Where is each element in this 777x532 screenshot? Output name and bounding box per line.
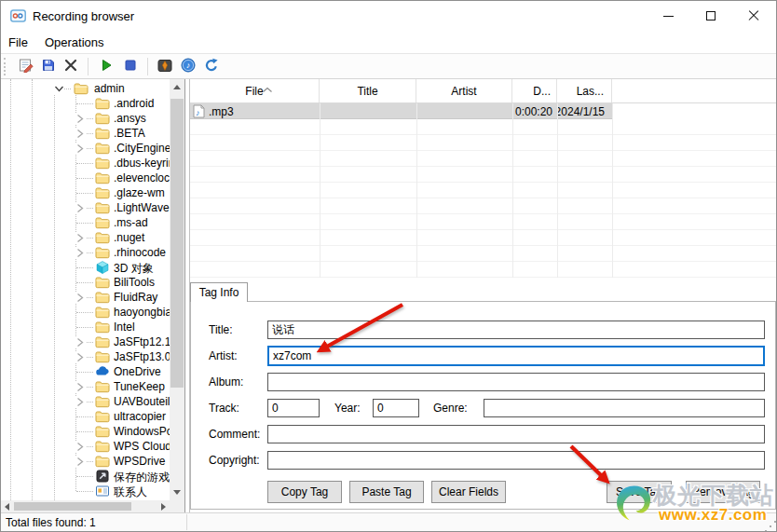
comment-field[interactable] [267, 425, 765, 443]
file-row[interactable]: ♪.mp30:00:202024/1/15 [190, 103, 612, 119]
copyright-field[interactable] [267, 451, 765, 470]
copy-tag-button[interactable]: Copy Tag [267, 481, 342, 503]
tree-item[interactable]: .dbus-keyrin [1, 156, 170, 171]
chevron-right-icon[interactable] [75, 129, 86, 139]
tree-item[interactable]: WPS Cloud F [1, 439, 170, 454]
chevron-right-icon[interactable] [75, 382, 86, 392]
tree-item[interactable]: 保存的游戏 [1, 469, 170, 484]
tree-item[interactable]: .ms-ad [1, 215, 170, 230]
tree-horizontal-scrollbar[interactable] [1, 500, 170, 512]
tree-item[interactable]: WindowsPcM [1, 424, 170, 439]
album-field[interactable] [267, 373, 765, 391]
save-button[interactable] [37, 56, 60, 77]
normalize-button[interactable] [154, 56, 176, 77]
menu-operations[interactable]: Operations [45, 33, 114, 52]
tree-item[interactable]: WPSDrive [1, 454, 170, 469]
artist-field[interactable] [267, 346, 765, 366]
menu-file[interactable]: File [8, 33, 37, 52]
genre-field[interactable] [484, 399, 765, 417]
chevron-right-icon[interactable] [75, 337, 86, 348]
scroll-down-button[interactable] [170, 484, 184, 500]
title-cell [320, 103, 416, 119]
title-bar[interactable]: Recording browser [1, 1, 776, 31]
tree-item[interactable]: .android [1, 96, 170, 111]
tree-item[interactable]: JaSFtp13.07 [1, 349, 170, 364]
column-header-label: Title [357, 85, 377, 98]
tree-item[interactable]: OneDrive [1, 364, 170, 379]
folder-icon [95, 141, 110, 156]
close-button[interactable] [732, 1, 775, 31]
save-tag-button[interactable]: Save Tag [607, 481, 672, 503]
tree-item[interactable]: .BETA [1, 126, 170, 141]
chevron-right-icon[interactable] [75, 143, 86, 154]
scroll-up-button[interactable] [170, 79, 184, 95]
chevron-left-icon [5, 503, 9, 511]
tree-item[interactable]: .nuget [1, 230, 170, 245]
chevron-right-icon[interactable] [75, 248, 86, 258]
tree-vertical-scrollbar[interactable] [170, 79, 184, 500]
clear-fields-button[interactable]: Clear Fields [431, 481, 506, 503]
resize-grip[interactable] [770, 525, 771, 527]
tree-item[interactable]: TuneKeep [1, 379, 170, 394]
year-field[interactable] [373, 399, 419, 417]
tree-item[interactable]: .rhinocode [1, 245, 170, 260]
scroll-right-button[interactable] [157, 500, 170, 512]
tree-item-label: .BETA [114, 127, 145, 140]
file-row-empty [190, 214, 776, 230]
chevron-right-icon[interactable] [75, 293, 86, 303]
chevron-right-icon[interactable] [75, 114, 86, 124]
track-field[interactable] [267, 399, 320, 417]
tree-item[interactable]: 联系人 [1, 484, 170, 498]
tree-item[interactable]: Intel [1, 320, 170, 334]
paste-tag-button[interactable]: Paste Tag [349, 481, 424, 503]
column-header-title[interactable]: Title [320, 79, 416, 102]
tree-item[interactable]: admin [1, 81, 170, 96]
tree-item[interactable]: .CityEngine [1, 141, 170, 156]
column-header-last-modified[interactable]: Las... [557, 79, 612, 102]
stop-button[interactable] [119, 56, 142, 77]
remove-tag-button[interactable]: Remove Tag [686, 481, 760, 503]
grid-line [557, 103, 558, 278]
tree-item[interactable]: FluidRay [1, 290, 170, 305]
play-button[interactable] [95, 56, 117, 77]
edit-tag-button[interactable] [15, 56, 37, 77]
column-header-artist[interactable]: Artist [416, 79, 512, 102]
tree-item-label: 保存的游戏 [114, 470, 170, 484]
tree-item[interactable]: .ansys [1, 111, 170, 126]
scrollbar-thumb[interactable] [170, 99, 184, 388]
tree-item[interactable]: .elevenclock [1, 171, 170, 185]
album-label: Album: [209, 373, 243, 391]
maximize-button[interactable] [689, 1, 732, 31]
scrollbar-thumb[interactable] [14, 502, 131, 511]
chevron-right-icon[interactable] [75, 352, 86, 362]
tree-item[interactable]: ultracopier [1, 409, 170, 424]
tree-item[interactable]: UAVBouteille [1, 394, 170, 409]
column-header-file[interactable]: File [190, 79, 320, 102]
column-header-label: Las... [577, 85, 604, 98]
tree-item[interactable]: JaSFtp12.13 [1, 334, 170, 349]
tab-tag-info[interactable]: Tag Info [190, 282, 248, 302]
music-player-button[interactable]: ♪ [177, 56, 199, 77]
delete-button[interactable] [60, 56, 82, 77]
tree-item[interactable]: 3D 对象 [1, 260, 170, 275]
title-field[interactable] [267, 321, 765, 339]
chevron-right-icon[interactable] [75, 233, 86, 243]
minimize-button[interactable] [647, 1, 689, 31]
tree-item[interactable]: haoyongbian [1, 305, 170, 320]
chevron-right-icon[interactable] [75, 442, 86, 452]
tree-item[interactable]: BiliTools [1, 275, 170, 290]
grid-line [320, 103, 320, 278]
refresh-button[interactable] [200, 56, 223, 77]
tree-item[interactable]: .LightWaveD [1, 200, 170, 215]
genre-label: Genre: [433, 399, 468, 417]
toolbar-grip[interactable] [4, 58, 6, 75]
scroll-left-button[interactable] [1, 500, 13, 512]
chevron-right-icon[interactable] [75, 203, 86, 213]
column-header-duration[interactable]: D... [512, 79, 557, 102]
chevron-down-icon[interactable] [54, 84, 64, 94]
chevron-right-icon[interactable] [75, 457, 86, 467]
chevron-right-icon[interactable] [75, 397, 86, 407]
status-bar: Total files found: 1 [1, 512, 776, 531]
cloud-icon [95, 364, 110, 379]
tree-item[interactable]: .glaze-wm [1, 185, 170, 200]
